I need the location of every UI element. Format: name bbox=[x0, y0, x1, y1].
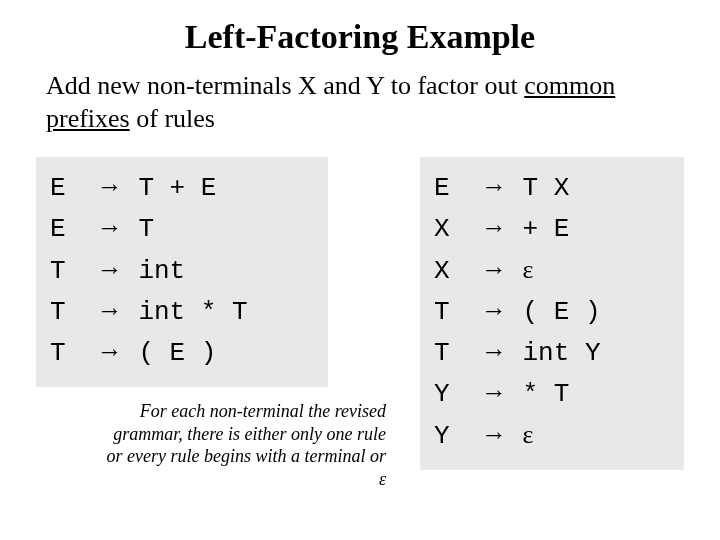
factored-grammar: E → T X X → + E X → ε T → ( E ) T → int … bbox=[420, 157, 684, 470]
arrow-icon: → bbox=[481, 420, 507, 449]
arrow-icon: → bbox=[481, 255, 507, 284]
subtitle-part1: Add new non-terminals X and Y to factor … bbox=[46, 71, 524, 100]
rule: T → int bbox=[50, 250, 310, 291]
rule: E → T X bbox=[434, 167, 666, 208]
rule: T → int Y bbox=[434, 332, 666, 373]
rule: E → T bbox=[50, 208, 310, 249]
rule: X → + E bbox=[434, 208, 666, 249]
arrow-icon: → bbox=[97, 337, 123, 366]
arrow-icon: → bbox=[481, 172, 507, 201]
arrow-icon: → bbox=[481, 337, 507, 366]
rule: T → ( E ) bbox=[434, 291, 666, 332]
rule: X → ε bbox=[434, 250, 666, 291]
original-grammar: E → T + E E → T T → int T → int * T T → … bbox=[36, 157, 328, 387]
slide-title: Left-Factoring Example bbox=[36, 18, 684, 56]
arrow-icon: → bbox=[97, 255, 123, 284]
arrow-icon: → bbox=[97, 172, 123, 201]
arrow-icon: → bbox=[481, 378, 507, 407]
rule: E → T + E bbox=[50, 167, 310, 208]
subtitle-part2: of rules bbox=[136, 104, 215, 133]
rule: Y → * T bbox=[434, 373, 666, 414]
rule: Y → ε bbox=[434, 415, 666, 456]
arrow-icon: → bbox=[481, 213, 507, 242]
arrow-icon: → bbox=[97, 213, 123, 242]
rule: T → ( E ) bbox=[50, 332, 310, 373]
rule: T → int * T bbox=[50, 291, 310, 332]
arrow-icon: → bbox=[97, 296, 123, 325]
arrow-icon: → bbox=[481, 296, 507, 325]
slide-subtitle: Add new non-terminals X and Y to factor … bbox=[46, 70, 684, 135]
footnote: For each non-terminal the revised gramma… bbox=[96, 400, 386, 490]
